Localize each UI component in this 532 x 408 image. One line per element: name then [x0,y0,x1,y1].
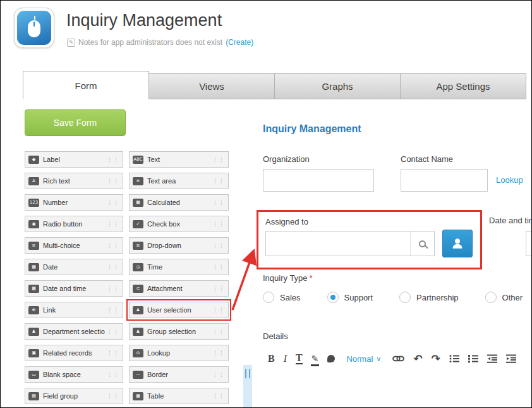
palette-item-calculated[interactable]: ▦Calculated⋮⋮ [129,194,229,211]
drag-handle-icon[interactable]: ⋮⋮ [107,328,119,335]
drag-handle-icon[interactable]: ⋮⋮ [107,221,119,227]
radio-label: Partnership [416,293,458,302]
radio-option-partnership[interactable]: Partnership [399,292,458,303]
contact-name-input[interactable] [401,169,488,192]
splitter-grip-icon [245,369,250,378]
drop-down-icon: ≡ [133,242,143,250]
drag-handle-icon[interactable]: ⋮⋮ [212,328,225,335]
app-icon [14,8,54,48]
lookup-icon: ⊙ [133,349,143,357]
radio-option-other[interactable]: Other [485,292,523,303]
bullet-list-icon[interactable] [449,354,459,363]
redo-icon[interactable]: ↷ [432,352,440,365]
mouse-icon [28,20,40,37]
palette-item-date[interactable]: ▦Date⋮⋮ [25,259,123,275]
drag-handle-icon[interactable]: ⋮⋮ [107,371,119,378]
palette-item-label: Text area [147,177,210,185]
drag-handle-icon[interactable]: ⋮⋮ [212,307,225,313]
calendar-clock-icon: ▦ [28,285,39,293]
drag-handle-icon[interactable]: ⋮⋮ [212,371,225,378]
palette-item-lookup[interactable]: ⊙Lookup⋮⋮ [129,345,229,361]
radio-circle[interactable] [327,292,339,303]
drag-handle-icon[interactable]: ⋮⋮ [107,350,119,356]
app-window: Inquiry Management ✎ Notes for app admin… [0,0,532,408]
drag-handle-icon[interactable]: ⋮⋮ [107,393,119,399]
organization-input[interactable] [263,169,374,192]
datetime-input[interactable] [526,231,532,256]
marker-icon[interactable]: ✎ [311,354,319,364]
palette-item-related-records[interactable]: ▣Related records⋮⋮ [25,345,123,361]
assigned-to-input[interactable] [266,232,410,256]
user-select-button[interactable] [442,230,473,257]
paint-icon[interactable] [327,355,335,362]
drag-handle-icon[interactable]: ⋮⋮ [212,156,225,163]
palette-item-user-selection[interactable]: ♟User selection⋮⋮ [129,302,229,318]
drag-handle-icon[interactable]: ⋮⋮ [212,264,225,270]
drag-handle-icon[interactable]: ⋮⋮ [107,199,119,206]
palette-item-drop-down[interactable]: ≡Drop-down⋮⋮ [129,237,229,254]
palette-item-attachment[interactable]: ⊂Attachment⋮⋮ [129,280,229,297]
undo-icon[interactable]: ↶ [413,352,422,365]
palette-item-label: Multi-choice [43,242,105,249]
drag-handle-icon[interactable]: ⋮⋮ [212,350,225,356]
calculated-icon: ▦ [133,199,143,207]
tab-views[interactable]: Views [148,73,275,99]
drag-handle-icon[interactable]: ⋮⋮ [212,199,225,206]
create-notes-link[interactable]: (Create) [226,38,253,47]
drag-handle-icon[interactable]: ⋮⋮ [107,178,119,184]
tab-app-settings[interactable]: App Settings [400,73,526,99]
drag-handle-icon[interactable]: ⋮⋮ [212,393,225,399]
palette-item-field-group[interactable]: ▤Field group⋮⋮ [25,388,123,404]
tab-form[interactable]: Form [23,71,149,99]
ordered-list-icon[interactable] [468,354,478,363]
format-dropdown[interactable]: Normal∨ [346,354,381,364]
tab-graphs[interactable]: Graphs [274,73,401,99]
palette-item-text-area[interactable]: ≡Text area⋮⋮ [129,173,229,189]
palette-item-label: Attachment [147,285,210,292]
palette-item-label[interactable]: ◆Label⋮⋮ [25,151,123,168]
palette-item-border[interactable]: —Border⋮⋮ [129,366,229,383]
drag-handle-icon[interactable]: ⋮⋮ [107,285,119,292]
multi-choice-icon: ≡ [28,242,39,250]
palette-item-radio-button[interactable]: ◉Radio button⋮⋮ [25,216,123,232]
drag-handle-icon[interactable]: ⋮⋮ [212,242,225,249]
drag-handle-icon[interactable]: ⋮⋮ [212,178,225,184]
field-group-icon: ▤ [28,392,39,400]
palette-item-link[interactable]: ⊕Link⋮⋮ [25,302,123,318]
palette-item-date-and-time[interactable]: ▦Date and time⋮⋮ [25,280,123,297]
italic-icon[interactable]: I [284,353,287,364]
lookup-link[interactable]: Lookup [496,175,523,185]
palette-item-label: Label [43,156,105,163]
insert-link-icon[interactable] [392,354,404,363]
drag-handle-icon[interactable]: ⋮⋮ [107,264,119,270]
palette-item-group-selection[interactable]: ♟Group selection⋮⋮ [129,323,229,340]
bold-icon[interactable]: B [268,353,275,364]
indent-icon[interactable] [506,354,516,363]
radio-option-support[interactable]: Support [327,292,373,303]
drag-handle-icon[interactable]: ⋮⋮ [212,221,225,227]
save-form-button[interactable]: Save Form [25,109,126,136]
search-button[interactable] [410,232,434,256]
palette-item-department-selection[interactable]: ♟Department selection⋮⋮ [25,323,123,340]
palette-item-number[interactable]: 123Number⋮⋮ [25,194,123,211]
palette-item-check-box[interactable]: ✓Check box⋮⋮ [129,216,229,232]
underline-icon[interactable]: T [296,353,303,365]
palette-item-rich-text[interactable]: ARich text⋮⋮ [25,173,123,189]
drag-handle-icon[interactable]: ⋮⋮ [107,242,119,249]
radio-circle[interactable] [399,292,411,303]
drag-handle-icon[interactable]: ⋮⋮ [107,156,119,163]
radio-circle[interactable] [263,292,274,303]
palette-item-table[interactable]: ▦Table⋮⋮ [129,388,229,404]
panel-splitter[interactable] [243,365,252,408]
palette-item-text[interactable]: ABCText⋮⋮ [129,151,229,168]
contact-name-label: Contact Name [401,154,453,164]
globe-icon: ⊕ [28,306,39,314]
palette-item-multi-choice[interactable]: ≡Multi-choice⋮⋮ [25,237,123,254]
palette-item-blank-space[interactable]: ▭Blank space⋮⋮ [25,366,123,383]
palette-item-time[interactable]: ◷Time⋮⋮ [129,259,229,275]
radio-circle[interactable] [485,292,497,303]
outdent-icon[interactable] [487,354,497,363]
radio-option-sales[interactable]: Sales [263,292,301,303]
drag-handle-icon[interactable]: ⋮⋮ [212,285,225,292]
drag-handle-icon[interactable]: ⋮⋮ [107,307,119,313]
